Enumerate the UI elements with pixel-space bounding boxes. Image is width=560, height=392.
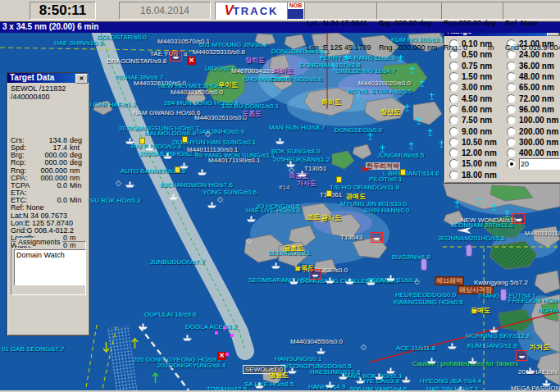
target-data-titlebar[interactable]: Target Data ✕: [7, 73, 89, 83]
fishing-vessel-marker[interactable]: [415, 113, 422, 128]
range-custom-input[interactable]: [519, 158, 560, 170]
alarm-target-marker[interactable]: [170, 51, 182, 62]
vessel-marker[interactable]: [338, 368, 348, 383]
range-option[interactable]: 400.00 nm: [507, 148, 560, 158]
vessel-marker[interactable]: [467, 353, 478, 367]
range-option[interactable]: 96.00 nm: [507, 104, 560, 115]
map-label: YONG SUNG/s0.6: [203, 189, 257, 196]
vessel-marker[interactable]: [138, 318, 148, 333]
range-option[interactable]: 18.00 nm: [449, 170, 497, 180]
range-option[interactable]: 9.00 nm: [449, 125, 497, 136]
vessel-marker[interactable]: [489, 321, 499, 336]
fishing-vessel-marker[interactable]: [367, 129, 374, 144]
range-option[interactable]: 4.50 nm: [449, 93, 497, 103]
map-label: T13051: [304, 165, 326, 172]
vessel-marker[interactable]: [289, 273, 299, 288]
target-id-line1: SEWOL /121832: [7, 83, 89, 93]
vessel-marker[interactable]: [344, 273, 355, 288]
range-option[interactable]: 72.00 nm: [507, 93, 560, 103]
map-label: NOHWA: [538, 307, 560, 314]
vessel-marker[interactable]: [144, 139, 155, 154]
radio-icon[interactable]: [507, 83, 516, 92]
radio-icon[interactable]: [449, 72, 458, 81]
vessel-marker[interactable]: [325, 272, 335, 287]
vessel-marker[interactable]: [162, 148, 173, 162]
range-option[interactable]: 6.00 nm: [449, 104, 497, 115]
radio-icon[interactable]: [449, 83, 458, 92]
vessel-marker[interactable]: [366, 274, 376, 289]
alarm-target-marker[interactable]: [309, 269, 321, 280]
range-option[interactable]: 100.00 nm: [507, 115, 560, 125]
fishing-vessel-marker[interactable]: [426, 125, 434, 139]
fishing-vessel-marker[interactable]: [403, 100, 411, 115]
map-label: SA HYE HO/s8.5: [244, 381, 294, 388]
vessel-marker[interactable]: [125, 176, 135, 191]
radio-icon[interactable]: [449, 116, 458, 125]
vessel-marker[interactable]: [447, 338, 458, 353]
range-option[interactable]: 15.00 nm: [449, 158, 497, 169]
vessel-marker[interactable]: [541, 375, 552, 390]
vessel-marker[interactable]: [287, 362, 298, 377]
alarm-target-marker[interactable]: [371, 232, 383, 243]
range-option[interactable]: 300.00 nm: [507, 137, 560, 148]
range-option-custom[interactable]: [507, 158, 560, 169]
assignment-item[interactable]: Domain Watch: [16, 251, 84, 259]
vessel-marker[interactable]: [385, 270, 396, 285]
vessel-marker[interactable]: [325, 376, 335, 391]
buoy-marker: ◇: [116, 174, 121, 189]
vessel-marker[interactable]: [246, 211, 257, 226]
assignments-listbox[interactable]: Domain Watch: [14, 249, 86, 285]
radio-icon[interactable]: [449, 138, 458, 147]
vessel-marker[interactable]: [374, 368, 385, 383]
vessel-marker[interactable]: [207, 197, 217, 212]
close-icon[interactable]: ✕: [75, 74, 88, 84]
radio-icon[interactable]: [449, 159, 458, 168]
fishing-vessel-marker[interactable]: [379, 141, 386, 156]
alarm-target-marker[interactable]: [512, 213, 525, 224]
radio-icon[interactable]: [449, 171, 458, 180]
fishing-vessel-marker[interactable]: [407, 138, 415, 153]
fishing-vessel-marker[interactable]: [453, 196, 461, 211]
radio-icon[interactable]: [507, 138, 516, 147]
range-option[interactable]: 65.00 nm: [507, 82, 560, 93]
radio-icon[interactable]: [449, 148, 458, 157]
radio-icon[interactable]: [507, 105, 516, 114]
range-option[interactable]: 200.00 nm: [507, 125, 560, 136]
vessel-marker[interactable]: [182, 330, 193, 344]
alarm-target-marker[interactable]: [516, 350, 528, 361]
radio-icon[interactable]: [507, 116, 516, 125]
range-option[interactable]: 10.50 nm: [449, 137, 497, 148]
range-option[interactable]: 3.00 nm: [449, 82, 497, 93]
vessel-marker[interactable]: [271, 258, 281, 272]
radio-icon[interactable]: [507, 159, 516, 168]
radio-icon[interactable]: [507, 94, 516, 103]
fishing-vessel-marker[interactable]: [354, 89, 362, 103]
vessel-marker[interactable]: [426, 353, 437, 367]
vessel-marker[interactable]: [168, 189, 179, 203]
range-option[interactable]: 1.50 nm: [449, 71, 497, 82]
radio-icon[interactable]: [449, 127, 458, 136]
map-label: SINILSE NO.11/s4.7: [336, 67, 396, 75]
vessel-marker[interactable]: [275, 133, 285, 148]
radio-icon[interactable]: [507, 127, 516, 136]
range-option[interactable]: 7.50 nm: [449, 115, 497, 125]
range-option[interactable]: 12.00 nm: [449, 148, 497, 158]
radio-icon[interactable]: [507, 72, 516, 81]
range-option[interactable]: 48.00 nm: [507, 71, 560, 82]
fishing-vessel-marker[interactable]: [428, 89, 435, 103]
fishing-vessel-marker[interactable]: [476, 194, 483, 208]
vessel-marker[interactable]: [385, 362, 396, 377]
fishing-vessel-marker[interactable]: [418, 75, 426, 90]
radio-icon[interactable]: [449, 94, 458, 103]
vessel-marker[interactable]: [197, 164, 207, 179]
vessel-marker[interactable]: [355, 372, 366, 387]
fishing-vessel-marker[interactable]: [503, 206, 511, 221]
vessel-marker[interactable]: [316, 343, 326, 358]
vessel-marker[interactable]: [401, 371, 412, 386]
fishing-vessel-marker[interactable]: [490, 199, 498, 214]
vessel-marker[interactable]: [297, 166, 307, 180]
radio-icon[interactable]: [507, 148, 516, 157]
vessel-marker[interactable]: [525, 362, 535, 377]
vessel-marker[interactable]: [125, 133, 135, 148]
radio-icon[interactable]: [449, 105, 458, 114]
